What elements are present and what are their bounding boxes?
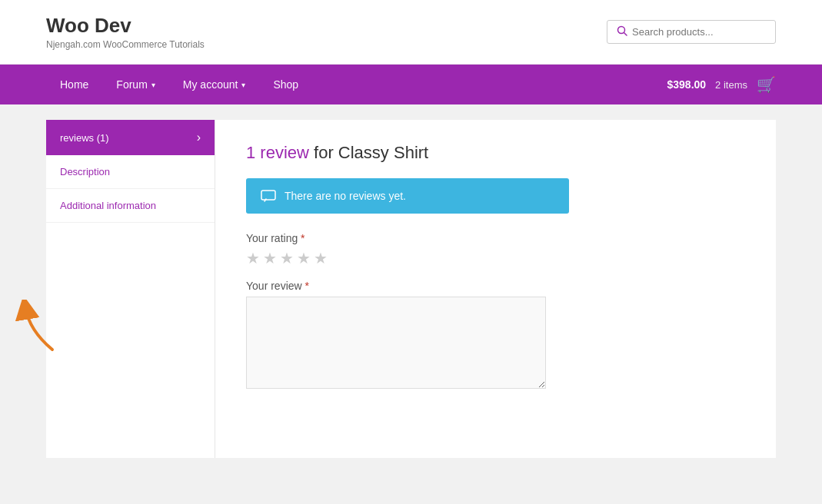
cart-items-label: 2 items xyxy=(715,79,747,91)
content-area: reviews (1) › Description Additional inf… xyxy=(46,120,776,458)
main-wrapper: reviews (1) › Description Additional inf… xyxy=(0,104,822,481)
search-input[interactable] xyxy=(632,26,766,38)
comment-icon xyxy=(260,189,277,203)
cart-icon[interactable]: 🛒 xyxy=(757,75,776,94)
star-5[interactable]: ★ xyxy=(314,249,328,267)
navbar: Home Forum ▾ My account ▾ Shop $398.00 2… xyxy=(0,65,822,104)
star-3[interactable]: ★ xyxy=(280,249,294,267)
rating-group: Your rating * ★ ★ ★ ★ ★ xyxy=(246,232,745,267)
review-required: * xyxy=(305,280,309,292)
right-content: 1 review for Classy Shirt There are no r… xyxy=(215,120,776,458)
svg-rect-2 xyxy=(261,191,275,200)
sidebar-tab-reviews-arrow: › xyxy=(197,131,201,144)
nav-item-home[interactable]: Home xyxy=(46,66,102,103)
no-reviews-text: There are no reviews yet. xyxy=(285,190,406,202)
star-rating[interactable]: ★ ★ ★ ★ ★ xyxy=(246,249,745,267)
star-1[interactable]: ★ xyxy=(246,249,260,267)
product-name: Classy Shirt xyxy=(338,143,428,162)
review-heading: 1 review for Classy Shirt xyxy=(246,143,745,163)
review-label: Your review * xyxy=(246,280,745,292)
rating-required: * xyxy=(301,232,305,244)
sidebar: reviews (1) › Description Additional inf… xyxy=(46,120,215,458)
my-account-dropdown-icon: ▾ xyxy=(241,81,245,89)
review-group: Your review * xyxy=(246,280,745,391)
review-count: 1 review xyxy=(246,143,309,162)
rating-label: Your rating * xyxy=(246,232,745,244)
forum-dropdown-icon: ▾ xyxy=(151,81,155,89)
site-branding: Woo Dev Njengah.com WooCommerce Tutorial… xyxy=(46,14,205,50)
sidebar-tab-reviews-label: reviews (1) xyxy=(60,132,109,144)
for-label: for xyxy=(314,143,338,162)
star-2[interactable]: ★ xyxy=(263,249,277,267)
nav-item-my-account[interactable]: My account ▾ xyxy=(169,66,260,103)
site-subtitle: Njengah.com WooCommerce Tutorials xyxy=(46,39,205,50)
svg-line-1 xyxy=(624,33,627,36)
nav-left: Home Forum ▾ My account ▾ Shop xyxy=(46,66,312,103)
search-box[interactable] xyxy=(607,20,776,44)
nav-right: $398.00 2 items 🛒 xyxy=(667,75,776,94)
nav-item-shop[interactable]: Shop xyxy=(259,66,312,103)
search-icon xyxy=(617,25,627,38)
nav-item-forum[interactable]: Forum ▾ xyxy=(102,66,168,103)
sidebar-tab-reviews[interactable]: reviews (1) › xyxy=(46,120,215,155)
no-reviews-banner: There are no reviews yet. xyxy=(246,178,569,214)
header: Woo Dev Njengah.com WooCommerce Tutorial… xyxy=(0,0,822,65)
sidebar-link-additional-info[interactable]: Additional information xyxy=(46,189,215,223)
star-4[interactable]: ★ xyxy=(297,249,311,267)
review-textarea[interactable] xyxy=(246,297,546,389)
site-title: Woo Dev xyxy=(46,14,205,38)
sidebar-link-description[interactable]: Description xyxy=(46,155,215,189)
cart-price: $398.00 xyxy=(667,78,706,91)
